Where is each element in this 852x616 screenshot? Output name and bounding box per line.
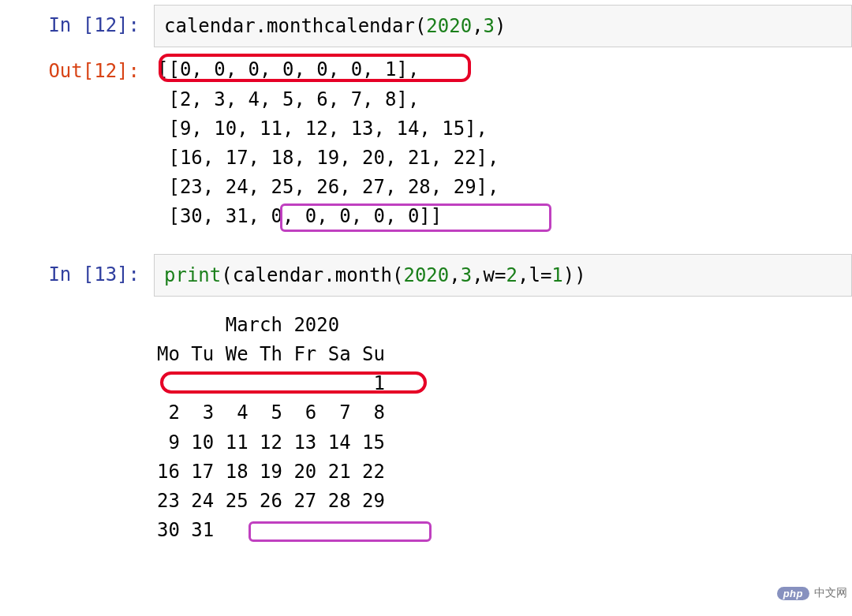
out-num: 12 [94, 60, 117, 82]
tok-method: monthcalendar [267, 15, 415, 37]
in-num: 13 [94, 263, 117, 286]
output-line: [9, 10, 11, 12, 13, 14, 15], [157, 114, 852, 144]
tok-comma: , [472, 15, 483, 37]
tok-year: 2020 [403, 264, 449, 286]
tok-monthnum: 3 [461, 264, 472, 286]
cell-13-input: In [13]: print(calendar.month(2020,3,w=2… [0, 254, 852, 297]
cell-12-output: Out[12]: [[0, 0, 0, 0, 0, 0, 1], [2, 3, … [0, 50, 852, 236]
cal-line: 9 10 11 12 13 14 15 [157, 428, 852, 457]
in-label: In [ [48, 263, 94, 286]
tok-print: print [164, 264, 221, 286]
tok-paren-close: ) [495, 15, 506, 37]
tok-paren: ( [221, 264, 232, 286]
output-line: [[0, 0, 0, 0, 0, 0, 1], [157, 55, 852, 84]
tok-l: l [529, 264, 540, 286]
tok-calendar: calendar [233, 264, 324, 286]
cal-line: 2 3 4 5 6 7 8 [157, 398, 852, 427]
in-prompt-12: In [12]: [0, 5, 154, 36]
tok-month: 3 [484, 15, 495, 37]
tok-eq: = [495, 264, 506, 286]
cal-line: 30 31 [157, 516, 852, 545]
tok-comma3: , [518, 264, 529, 286]
in-prompt-13: In [13]: [0, 254, 154, 286]
tok-1: 1 [551, 264, 562, 286]
out-label: Out[ [48, 60, 94, 82]
tok-calendar: calendar [164, 15, 256, 37]
cal-line: March 2020 [157, 311, 852, 340]
output-12: [[0, 0, 0, 0, 0, 0, 1], [2, 3, 4, 5, 6, … [154, 50, 852, 236]
in-close: ]: [117, 14, 140, 36]
tok-paren-open: ( [415, 15, 426, 37]
tok-comma: , [449, 264, 460, 286]
in-num: 12 [94, 14, 117, 36]
tok-year: 2020 [426, 15, 472, 37]
out-close: ]: [117, 60, 140, 82]
cal-line: 1 [157, 369, 852, 398]
output-13: March 2020 Mo Tu We Th Fr Sa Su 1 2 3 4 … [154, 300, 852, 546]
cell-12-input: In [12]: calendar.monthcalendar(2020,3) [0, 5, 852, 47]
cal-line: 16 17 18 19 20 21 22 [157, 457, 852, 487]
cal-line: Mo Tu We Th Fr Sa Su [157, 340, 852, 369]
tok-month: month [335, 264, 392, 286]
tok-w: w [484, 264, 495, 286]
in-label: In [ [48, 14, 94, 36]
tok-comma2: , [472, 264, 483, 286]
out-prompt-12: Out[12]: [0, 50, 154, 82]
tok-paren2: ( [392, 264, 403, 286]
tok-eq2: = [540, 264, 551, 286]
tok-dot: . [323, 264, 334, 286]
tok-2: 2 [506, 264, 518, 286]
cal-line: 23 24 25 26 27 28 29 [157, 487, 852, 516]
output-line: [2, 3, 4, 5, 6, 7, 8], [157, 85, 852, 114]
in-close: ]: [117, 263, 140, 286]
tok-dot: . [256, 15, 267, 37]
output-line: [16, 17, 18, 19, 20, 21, 22], [157, 144, 852, 173]
code-input-13[interactable]: print(calendar.month(2020,3,w=2,l=1)) [154, 254, 852, 297]
output-line: [23, 24, 25, 26, 27, 28, 29], [157, 173, 852, 202]
code-input-12[interactable]: calendar.monthcalendar(2020,3) [154, 5, 852, 47]
output-line: [30, 31, 0, 0, 0, 0, 0]] [157, 202, 852, 231]
tok-paren-close: ) [563, 264, 574, 286]
tok-paren-close2: ) [574, 264, 585, 286]
